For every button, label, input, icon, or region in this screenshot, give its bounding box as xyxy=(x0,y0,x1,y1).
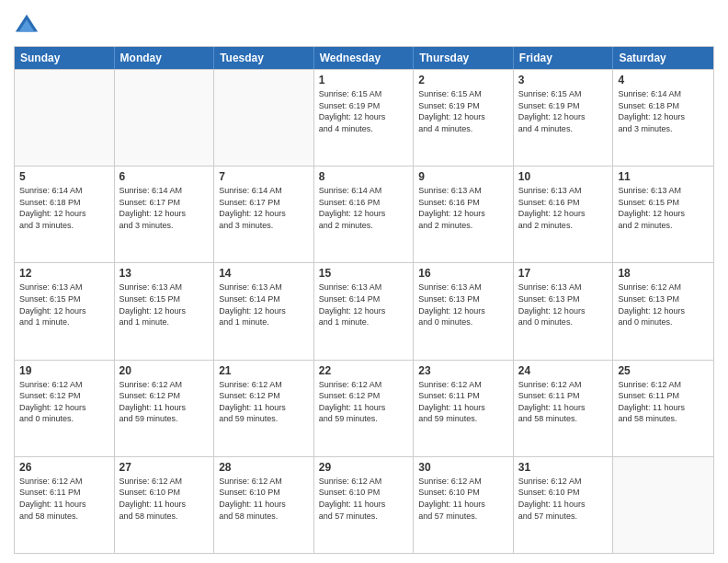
cell-date: 22 xyxy=(319,364,409,377)
cell-date: 23 xyxy=(418,364,508,377)
cell-date: 31 xyxy=(518,461,609,474)
cell-info: Sunrise: 6:13 AM Sunset: 6:14 PM Dayligh… xyxy=(219,282,309,327)
cal-cell: 27Sunrise: 6:12 AM Sunset: 6:10 PM Dayli… xyxy=(115,457,215,553)
day-header-tuesday: Tuesday xyxy=(214,47,314,69)
cal-cell: 30Sunrise: 6:12 AM Sunset: 6:10 PM Dayli… xyxy=(414,457,514,553)
cell-info: Sunrise: 6:13 AM Sunset: 6:13 PM Dayligh… xyxy=(418,282,508,327)
day-header-saturday: Saturday xyxy=(613,47,713,69)
cell-info: Sunrise: 6:13 AM Sunset: 6:16 PM Dayligh… xyxy=(518,185,609,231)
cal-row-4: 26Sunrise: 6:12 AM Sunset: 6:11 PM Dayli… xyxy=(15,456,713,553)
cal-cell: 8Sunrise: 6:14 AM Sunset: 6:16 PM Daylig… xyxy=(314,167,415,262)
calendar-header: SundayMondayTuesdayWednesdayThursdayFrid… xyxy=(15,47,713,69)
cell-info: Sunrise: 6:13 AM Sunset: 6:15 PM Dayligh… xyxy=(618,185,709,231)
cell-date: 4 xyxy=(618,74,709,86)
cell-info: Sunrise: 6:12 AM Sunset: 6:11 PM Dayligh… xyxy=(518,379,609,425)
logo xyxy=(14,13,43,39)
cal-row-3: 19Sunrise: 6:12 AM Sunset: 6:12 PM Dayli… xyxy=(15,360,713,456)
cell-info: Sunrise: 6:13 AM Sunset: 6:15 PM Dayligh… xyxy=(119,282,210,327)
cal-cell: 10Sunrise: 6:13 AM Sunset: 6:16 PM Dayli… xyxy=(514,167,614,262)
cell-info: Sunrise: 6:13 AM Sunset: 6:15 PM Dayligh… xyxy=(19,282,109,327)
cell-info: Sunrise: 6:14 AM Sunset: 6:17 PM Dayligh… xyxy=(119,185,210,231)
cell-date: 26 xyxy=(19,461,109,474)
cal-cell: 11Sunrise: 6:13 AM Sunset: 6:15 PM Dayli… xyxy=(613,167,713,262)
cell-date: 8 xyxy=(319,170,409,183)
calendar: SundayMondayTuesdayWednesdayThursdayFrid… xyxy=(14,46,714,554)
cal-cell: 7Sunrise: 6:14 AM Sunset: 6:17 PM Daylig… xyxy=(214,167,314,262)
cal-cell xyxy=(115,70,215,166)
day-header-friday: Friday xyxy=(514,47,614,69)
cal-cell: 16Sunrise: 6:13 AM Sunset: 6:13 PM Dayli… xyxy=(414,263,514,359)
cell-info: Sunrise: 6:13 AM Sunset: 6:13 PM Dayligh… xyxy=(518,282,609,327)
cell-date: 5 xyxy=(19,170,109,183)
cal-row-0: 1Sunrise: 6:15 AM Sunset: 6:19 PM Daylig… xyxy=(15,69,713,166)
cell-info: Sunrise: 6:12 AM Sunset: 6:11 PM Dayligh… xyxy=(418,379,508,425)
cell-info: Sunrise: 6:12 AM Sunset: 6:10 PM Dayligh… xyxy=(518,476,609,522)
cal-cell: 17Sunrise: 6:13 AM Sunset: 6:13 PM Dayli… xyxy=(514,263,614,359)
cell-info: Sunrise: 6:14 AM Sunset: 6:16 PM Dayligh… xyxy=(319,185,409,231)
cell-date: 29 xyxy=(319,461,409,474)
cell-info: Sunrise: 6:15 AM Sunset: 6:19 PM Dayligh… xyxy=(319,88,409,134)
cell-info: Sunrise: 6:12 AM Sunset: 6:12 PM Dayligh… xyxy=(319,379,409,425)
day-header-thursday: Thursday xyxy=(414,47,514,69)
cell-date: 21 xyxy=(219,364,309,377)
cell-info: Sunrise: 6:12 AM Sunset: 6:12 PM Dayligh… xyxy=(219,379,309,425)
cal-cell: 22Sunrise: 6:12 AM Sunset: 6:12 PM Dayli… xyxy=(314,361,415,456)
cal-cell: 29Sunrise: 6:12 AM Sunset: 6:10 PM Dayli… xyxy=(314,457,415,553)
cell-info: Sunrise: 6:14 AM Sunset: 6:18 PM Dayligh… xyxy=(19,185,109,231)
cal-cell: 6Sunrise: 6:14 AM Sunset: 6:17 PM Daylig… xyxy=(115,167,215,262)
cal-cell: 23Sunrise: 6:12 AM Sunset: 6:11 PM Dayli… xyxy=(414,361,514,456)
cell-date: 24 xyxy=(518,364,609,377)
cell-date: 16 xyxy=(418,267,508,280)
cell-date: 20 xyxy=(119,364,210,377)
cell-date: 1 xyxy=(319,74,409,86)
cell-info: Sunrise: 6:12 AM Sunset: 6:13 PM Dayligh… xyxy=(618,282,709,327)
day-header-sunday: Sunday xyxy=(15,47,115,69)
cal-cell: 20Sunrise: 6:12 AM Sunset: 6:12 PM Dayli… xyxy=(115,361,215,456)
cell-date: 10 xyxy=(518,170,609,183)
cal-row-1: 5Sunrise: 6:14 AM Sunset: 6:18 PM Daylig… xyxy=(15,166,713,262)
header xyxy=(14,9,714,39)
calendar-body: 1Sunrise: 6:15 AM Sunset: 6:19 PM Daylig… xyxy=(15,69,713,553)
cal-cell xyxy=(214,70,314,166)
cell-info: Sunrise: 6:15 AM Sunset: 6:19 PM Dayligh… xyxy=(418,88,508,134)
cal-cell: 28Sunrise: 6:12 AM Sunset: 6:10 PM Dayli… xyxy=(214,457,314,553)
cell-date: 27 xyxy=(119,461,210,474)
cal-cell: 13Sunrise: 6:13 AM Sunset: 6:15 PM Dayli… xyxy=(115,263,215,359)
cell-info: Sunrise: 6:15 AM Sunset: 6:19 PM Dayligh… xyxy=(518,88,609,134)
cal-cell: 1Sunrise: 6:15 AM Sunset: 6:19 PM Daylig… xyxy=(314,70,415,166)
cal-cell: 19Sunrise: 6:12 AM Sunset: 6:12 PM Dayli… xyxy=(15,361,115,456)
cal-cell: 24Sunrise: 6:12 AM Sunset: 6:11 PM Dayli… xyxy=(514,361,614,456)
cal-cell: 12Sunrise: 6:13 AM Sunset: 6:15 PM Dayli… xyxy=(15,263,115,359)
cell-date: 17 xyxy=(518,267,609,280)
cell-date: 6 xyxy=(119,170,210,183)
cal-cell: 2Sunrise: 6:15 AM Sunset: 6:19 PM Daylig… xyxy=(414,70,514,166)
cell-info: Sunrise: 6:14 AM Sunset: 6:17 PM Dayligh… xyxy=(219,185,309,231)
cell-info: Sunrise: 6:12 AM Sunset: 6:12 PM Dayligh… xyxy=(119,379,210,425)
cell-date: 2 xyxy=(418,74,508,86)
cal-cell: 3Sunrise: 6:15 AM Sunset: 6:19 PM Daylig… xyxy=(514,70,614,166)
cal-cell: 21Sunrise: 6:12 AM Sunset: 6:12 PM Dayli… xyxy=(214,361,314,456)
cell-date: 14 xyxy=(219,267,309,280)
cell-info: Sunrise: 6:12 AM Sunset: 6:11 PM Dayligh… xyxy=(618,379,709,425)
logo-icon xyxy=(14,13,40,39)
cal-cell: 15Sunrise: 6:13 AM Sunset: 6:14 PM Dayli… xyxy=(314,263,415,359)
cal-cell: 4Sunrise: 6:14 AM Sunset: 6:18 PM Daylig… xyxy=(613,70,713,166)
cal-cell: 5Sunrise: 6:14 AM Sunset: 6:18 PM Daylig… xyxy=(15,167,115,262)
day-header-monday: Monday xyxy=(115,47,215,69)
cal-row-2: 12Sunrise: 6:13 AM Sunset: 6:15 PM Dayli… xyxy=(15,262,713,359)
cell-date: 11 xyxy=(618,170,709,183)
cell-date: 12 xyxy=(19,267,109,280)
cell-info: Sunrise: 6:12 AM Sunset: 6:10 PM Dayligh… xyxy=(418,476,508,522)
cell-date: 7 xyxy=(219,170,309,183)
cell-info: Sunrise: 6:13 AM Sunset: 6:14 PM Dayligh… xyxy=(319,282,409,327)
page-container: SundayMondayTuesdayWednesdayThursdayFrid… xyxy=(0,0,728,563)
cell-date: 9 xyxy=(418,170,508,183)
cell-date: 15 xyxy=(319,267,409,280)
cell-date: 18 xyxy=(618,267,709,280)
cell-date: 25 xyxy=(618,364,709,377)
cell-info: Sunrise: 6:14 AM Sunset: 6:18 PM Dayligh… xyxy=(618,88,709,134)
cell-date: 30 xyxy=(418,461,508,474)
cal-cell: 9Sunrise: 6:13 AM Sunset: 6:16 PM Daylig… xyxy=(414,167,514,262)
cell-date: 28 xyxy=(219,461,309,474)
cell-info: Sunrise: 6:13 AM Sunset: 6:16 PM Dayligh… xyxy=(418,185,508,231)
